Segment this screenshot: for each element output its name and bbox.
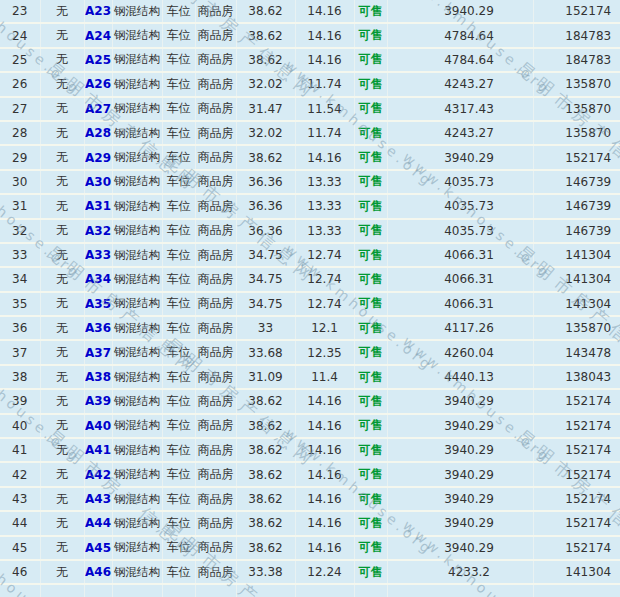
unit-number-cell: A24: [84, 23, 112, 47]
unit-link[interactable]: A40: [85, 419, 111, 433]
table-row: 46无A46钢混结构车位商品房33.3812.24可售4233.2141304: [0, 560, 620, 584]
sale-status-cell: 可售: [354, 511, 387, 535]
unit-price-cell: 3940.29: [387, 511, 533, 535]
unit-link[interactable]: A38: [85, 370, 111, 384]
unit-link[interactable]: A33: [85, 248, 111, 262]
unit-link[interactable]: A45: [85, 541, 111, 555]
table-row: 45无A45钢混结构车位商品房38.6214.16可售3940.29152174: [0, 536, 620, 560]
total-price-cell: 184783: [533, 48, 620, 72]
presale-permit-cell: 无: [40, 316, 84, 340]
usage-type-cell: 车位: [162, 72, 195, 96]
property-type-cell: 商品房: [195, 72, 236, 96]
unit-link[interactable]: A42: [85, 468, 111, 482]
build-area-cell: 38.62: [236, 462, 295, 486]
structure-cell: 钢混结构: [112, 72, 162, 96]
build-area-cell: 36.36: [236, 219, 295, 243]
table-row: 25无A25钢混结构车位商品房38.6214.16可售4784.64184783: [0, 48, 620, 72]
build-area-cell: 33.68: [236, 340, 295, 364]
unit-link[interactable]: A37: [85, 346, 111, 360]
row-number-cell: 23: [0, 0, 40, 23]
unit-price-cell: 4784.64: [387, 23, 533, 47]
unit-link[interactable]: A31: [85, 199, 111, 213]
unit-number-cell: A42: [84, 462, 112, 486]
property-type-cell: 商品房: [195, 121, 236, 145]
sale-status-cell: 可售: [354, 316, 387, 340]
unit-link[interactable]: A41: [85, 443, 111, 457]
unit-link[interactable]: A26: [85, 77, 111, 91]
unit-price-cell: [387, 584, 533, 597]
structure-cell: 钢混结构: [112, 194, 162, 218]
build-area-cell: 38.62: [236, 23, 295, 47]
table-row: 24无A24钢混结构车位商品房38.6214.16可售4784.64184783: [0, 23, 620, 47]
presale-permit-cell: 无: [40, 48, 84, 72]
unit-number-cell: A41: [84, 438, 112, 462]
unit-price-cell: 4035.73: [387, 170, 533, 194]
presale-permit-cell: 无: [40, 560, 84, 584]
property-type-cell: 商品房: [195, 292, 236, 316]
presale-permit-cell: 无: [40, 438, 84, 462]
unit-link[interactable]: A23: [85, 4, 111, 18]
unit-link[interactable]: A29: [85, 151, 111, 165]
inner-area-cell: 12.74: [295, 267, 354, 291]
sale-status-cell: 可售: [354, 23, 387, 47]
structure-cell: 钢混结构: [112, 97, 162, 121]
total-price-cell: 135870: [533, 72, 620, 96]
sale-status-cell: 可售: [354, 560, 387, 584]
property-type-cell: 商品房: [195, 194, 236, 218]
presale-permit-cell: 无: [40, 194, 84, 218]
unit-link[interactable]: A27: [85, 102, 111, 116]
structure-cell: [112, 584, 162, 597]
unit-link[interactable]: A44: [85, 516, 111, 530]
unit-number-cell: A39: [84, 389, 112, 413]
total-price-cell: 152174: [533, 438, 620, 462]
total-price-cell: 146739: [533, 170, 620, 194]
presale-permit-cell: 无: [40, 97, 84, 121]
sale-status-cell: 可售: [354, 292, 387, 316]
property-type-cell: 商品房: [195, 23, 236, 47]
unit-link[interactable]: A25: [85, 53, 111, 67]
table-row: 40无A40钢混结构车位商品房38.6214.16可售3940.29152174: [0, 414, 620, 438]
presale-permit-cell: 无: [40, 292, 84, 316]
unit-link[interactable]: A36: [85, 321, 111, 335]
row-number-cell: 41: [0, 438, 40, 462]
structure-cell: 钢混结构: [112, 365, 162, 389]
unit-link[interactable]: A24: [85, 29, 111, 43]
usage-type-cell: 车位: [162, 219, 195, 243]
total-price-cell: 135870: [533, 97, 620, 121]
unit-price-cell: 4260.04: [387, 340, 533, 364]
unit-link[interactable]: A35: [85, 297, 111, 311]
build-area-cell: 38.62: [236, 438, 295, 462]
build-area-cell: 34.75: [236, 243, 295, 267]
build-area-cell: 38.62: [236, 48, 295, 72]
unit-link[interactable]: A30: [85, 175, 111, 189]
property-type-cell: 商品房: [195, 487, 236, 511]
build-area-cell: 33.38: [236, 560, 295, 584]
build-area-cell: 38.62: [236, 536, 295, 560]
presale-permit-cell: 无: [40, 170, 84, 194]
build-area-cell: 38.62: [236, 389, 295, 413]
inner-area-cell: 14.16: [295, 145, 354, 169]
structure-cell: 钢混结构: [112, 438, 162, 462]
listing-table: 23无A23钢混结构车位商品房38.6214.16可售3940.29152174…: [0, 0, 620, 597]
unit-link[interactable]: A34: [85, 272, 111, 286]
property-type-cell: 商品房: [195, 170, 236, 194]
structure-cell: 钢混结构: [112, 48, 162, 72]
unit-number-cell: A28: [84, 121, 112, 145]
inner-area-cell: 14.16: [295, 438, 354, 462]
build-area-cell: 34.75: [236, 292, 295, 316]
unit-link[interactable]: A28: [85, 126, 111, 140]
usage-type-cell: 车位: [162, 511, 195, 535]
unit-link[interactable]: A39: [85, 394, 111, 408]
unit-link[interactable]: A32: [85, 224, 111, 238]
sale-status-cell: 可售: [354, 72, 387, 96]
unit-link[interactable]: A46: [85, 565, 111, 579]
unit-number-cell: A45: [84, 536, 112, 560]
total-price-cell: 146739: [533, 194, 620, 218]
unit-link[interactable]: A43: [85, 492, 111, 506]
inner-area-cell: 13.33: [295, 219, 354, 243]
row-number-cell: 45: [0, 536, 40, 560]
property-type-cell: 商品房: [195, 219, 236, 243]
usage-type-cell: 车位: [162, 267, 195, 291]
unit-price-cell: 4784.64: [387, 48, 533, 72]
sale-status-cell: 可售: [354, 462, 387, 486]
